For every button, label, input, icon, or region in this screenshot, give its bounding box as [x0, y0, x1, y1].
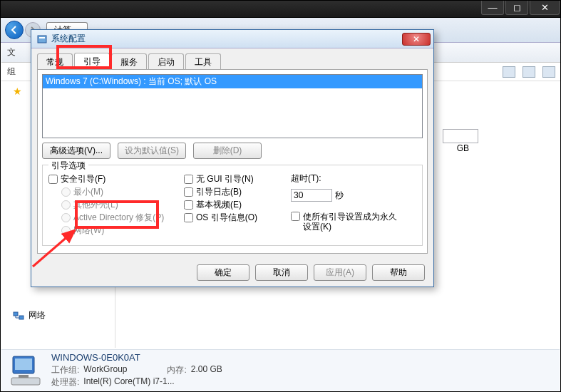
computer-name: WINDOWS-0E0K0AT	[51, 352, 222, 363]
ad-repair-radio: Active Directory 修复(P)	[48, 211, 184, 224]
basevideo-checkbox[interactable]: 基本视频(E)	[184, 198, 291, 211]
msconfig-icon	[37, 34, 47, 44]
sidebar-item-network[interactable]: 网络	[13, 309, 46, 321]
workgroup-label: 工作组:	[51, 364, 79, 376]
minimize-button[interactable]: —	[481, 1, 504, 15]
tab-general[interactable]: 常规	[37, 53, 73, 69]
group-title: 引导选项	[48, 160, 88, 172]
permanent-checkbox[interactable]: 使所有引导设置成为永久设置(K)	[291, 212, 412, 232]
timeout-label: 超时(T):	[291, 172, 321, 185]
msconfig-dialog: 系统配置 ✕ 常规 引导 服务 启动 工具 Windows 7 (C:\Wind…	[31, 29, 434, 287]
tab-tools[interactable]: 工具	[185, 53, 221, 69]
safe-boot-checkbox[interactable]: 安全引导(F)	[48, 172, 184, 185]
svg-rect-7	[39, 37, 45, 38]
dialog-titlebar: 系统配置 ✕	[31, 30, 433, 48]
cpu-label: 处理器:	[51, 376, 79, 388]
svg-rect-0	[14, 312, 18, 316]
timeout-input[interactable]	[291, 189, 332, 202]
apply-button: 应用(A)	[314, 264, 366, 281]
dialog-title: 系统配置	[51, 33, 86, 45]
svg-rect-1	[19, 316, 24, 319]
minimal-radio: 最小(M)	[48, 185, 184, 198]
tab-panel-boot: Windows 7 (C:\Windows) : 当前 OS; 默认 OS 高级…	[37, 70, 428, 254]
cpu-value: Intel(R) Core(TM) i7-1...	[83, 376, 174, 388]
sidebar-item-label: 网络	[29, 309, 46, 321]
tab-strip: 常规 引导 服务 启动 工具	[37, 53, 428, 70]
memory-label: 内存:	[167, 364, 186, 376]
nogui-checkbox[interactable]: 无 GUI 引导(N)	[184, 172, 291, 185]
help-icon[interactable]	[542, 66, 555, 78]
osinfo-checkbox[interactable]: OS 引导信息(O)	[184, 211, 291, 224]
tab-services[interactable]: 服务	[111, 53, 147, 69]
background-input[interactable]	[443, 129, 478, 143]
file-menu-stub[interactable]: 文	[7, 46, 16, 58]
svg-rect-5	[11, 378, 40, 385]
background-gb-label: GB	[457, 143, 469, 153]
close-button[interactable]: ✕	[530, 1, 560, 15]
cancel-button[interactable]: 取消	[255, 264, 308, 281]
os-entry[interactable]: Windows 7 (C:\Windows) : 当前 OS; 默认 OS	[43, 75, 422, 88]
details-pane: WINDOWS-0E0K0AT 工作组: WorkGroup 内存: 2.00 …	[1, 349, 560, 391]
view-icon[interactable]	[503, 66, 515, 78]
tab-boot[interactable]: 引导	[74, 53, 110, 69]
workgroup-value: WorkGroup	[83, 364, 127, 376]
os-list[interactable]: Windows 7 (C:\Windows) : 当前 OS; 默认 OS	[42, 74, 423, 138]
maximize-button[interactable]: ◻	[505, 1, 528, 15]
favorites-icon: ★	[13, 86, 22, 97]
advanced-options-button[interactable]: 高级选项(V)...	[42, 143, 110, 159]
timeout-unit: 秒	[335, 190, 344, 202]
ok-button[interactable]: 确定	[197, 264, 249, 281]
network-radio: 网络(W)	[48, 224, 184, 237]
svg-rect-3	[15, 359, 32, 370]
back-button[interactable]	[5, 21, 24, 39]
network-icon	[13, 310, 24, 321]
svg-rect-6	[38, 36, 46, 43]
organize-stub[interactable]: 组	[7, 66, 16, 78]
set-default-button: 设为默认值(S)	[118, 143, 186, 159]
dialog-button-row: 确定 取消 应用(A) 帮助	[197, 264, 425, 281]
parent-titlebar: — ◻ ✕	[1, 1, 560, 18]
tab-startup[interactable]: 启动	[148, 53, 184, 69]
boot-options-group: 引导选项 安全引导(F) 最小(M) 其他外壳(L) Active Direct…	[42, 165, 423, 246]
svg-rect-4	[19, 375, 29, 378]
altshell-radio: 其他外壳(L)	[48, 198, 184, 211]
bootlog-checkbox[interactable]: 引导日志(B)	[184, 185, 291, 198]
help-button[interactable]: 帮助	[372, 264, 425, 281]
preview-pane-icon[interactable]	[523, 66, 535, 78]
memory-value: 2.00 GB	[191, 364, 222, 376]
dialog-close-button[interactable]: ✕	[402, 33, 431, 46]
delete-button: 删除(D)	[193, 143, 262, 159]
computer-icon	[9, 354, 43, 388]
